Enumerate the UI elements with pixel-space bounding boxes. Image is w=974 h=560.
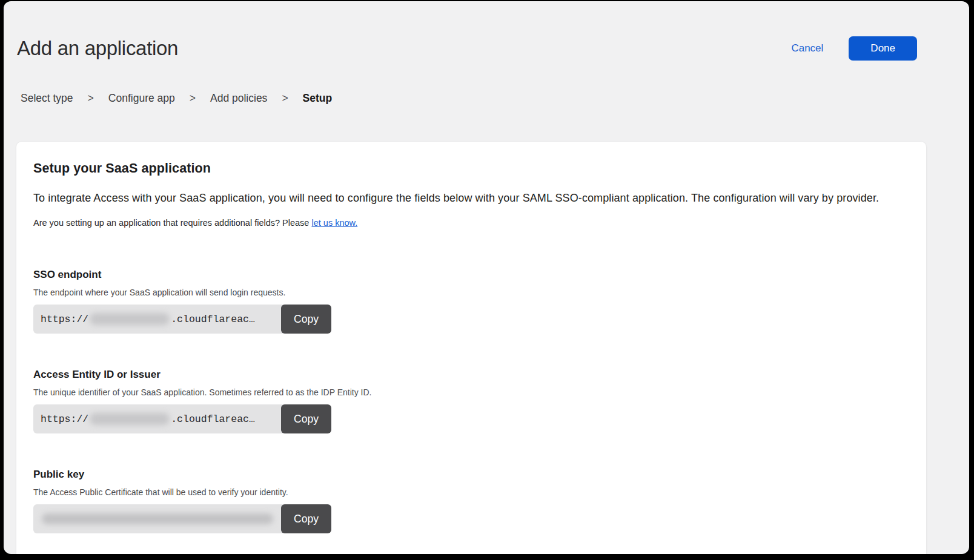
app-window: Add an application Cancel Done Select ty… [4, 1, 969, 554]
redacted-value-blur [90, 413, 170, 425]
value-prefix: https:// [41, 314, 88, 325]
page-header: Add an application Cancel Done [4, 1, 969, 61]
copy-access-entity-id-button[interactable]: Copy [281, 404, 331, 433]
field-value-row: https:// .cloudflareac… Copy [33, 305, 331, 334]
public-key-value [33, 504, 283, 533]
done-button[interactable]: Done [849, 36, 917, 61]
redacted-value-blur [90, 313, 170, 325]
card-note: Are you setting up an application that r… [33, 218, 909, 228]
field-value-row: Copy [33, 504, 331, 533]
copy-public-key-button[interactable]: Copy [281, 504, 331, 533]
breadcrumb-separator: > [190, 92, 196, 105]
sso-endpoint-value: https:// .cloudflareac… [33, 305, 283, 334]
access-entity-id-value: https:// .cloudflareac… [33, 404, 283, 433]
field-label: Access Entity ID or Issuer [33, 369, 909, 381]
card-intro-text: To integrate Access with your SaaS appli… [33, 192, 909, 205]
let-us-know-link[interactable]: let us know. [311, 218, 357, 228]
breadcrumb-separator: > [282, 92, 288, 105]
field-access-entity-id: Access Entity ID or Issuer The unique id… [33, 369, 909, 433]
field-description: The endpoint where your SaaS application… [33, 288, 909, 297]
breadcrumb-separator: > [88, 92, 94, 105]
breadcrumb: Select type > Configure app > Add polici… [4, 92, 969, 105]
value-prefix: https:// [41, 413, 88, 425]
cancel-button[interactable]: Cancel [791, 42, 823, 54]
copy-sso-endpoint-button[interactable]: Copy [281, 305, 331, 334]
breadcrumb-step-configure-app[interactable]: Configure app [108, 92, 175, 105]
value-suffix: .cloudflareac… [171, 413, 255, 425]
breadcrumb-step-select-type[interactable]: Select type [21, 92, 73, 105]
field-label: Public key [33, 469, 909, 481]
field-public-key: Public key The Access Public Certificate… [33, 469, 909, 533]
field-description: The unique identifier of your SaaS appli… [33, 387, 909, 397]
breadcrumb-step-add-policies[interactable]: Add policies [210, 92, 267, 105]
field-description: The Access Public Certificate that will … [33, 487, 909, 497]
page-title: Add an application [17, 37, 178, 60]
field-label: SSO endpoint [33, 269, 909, 281]
field-value-row: https:// .cloudflareac… Copy [33, 404, 331, 433]
value-suffix: .cloudflareac… [171, 314, 255, 325]
setup-card: Setup your SaaS application To integrate… [16, 141, 927, 554]
field-sso-endpoint: SSO endpoint The endpoint where your Saa… [33, 269, 909, 334]
header-actions: Cancel Done [791, 36, 917, 61]
card-heading: Setup your SaaS application [33, 161, 909, 176]
breadcrumb-step-setup: Setup [303, 92, 333, 105]
redacted-value-blur [42, 513, 273, 524]
note-text: Are you setting up an application that r… [33, 218, 311, 228]
